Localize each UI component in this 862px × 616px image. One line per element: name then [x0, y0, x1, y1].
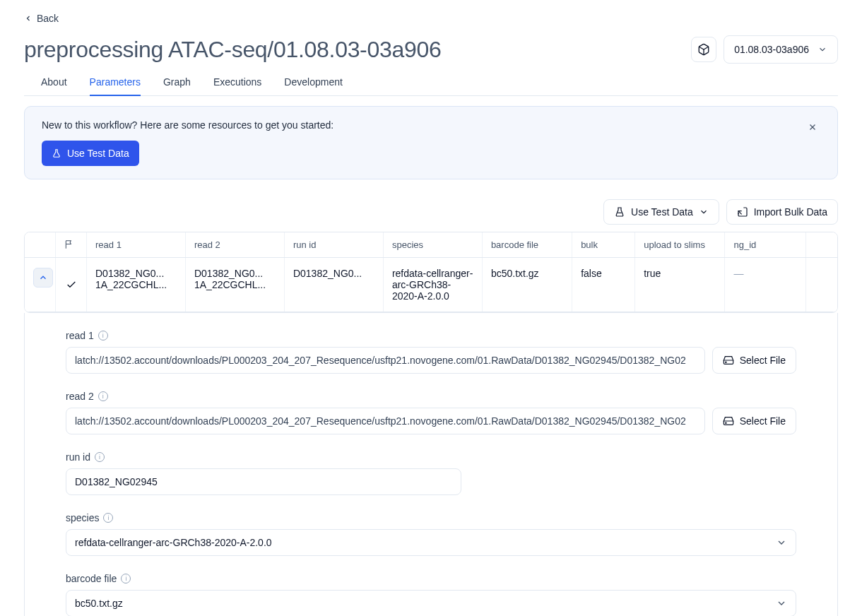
header-actions: 01.08.03-03a906: [691, 35, 838, 64]
species-label-row: species i: [66, 512, 796, 523]
import-bulk-label: Import Bulk Data: [754, 206, 827, 218]
field-barcode: barcode file i bc50.txt.gz: [66, 573, 796, 616]
chevron-down-icon: [699, 207, 709, 217]
read2-row: latch://13502.account/downloads/PL000203…: [66, 408, 796, 434]
drive-icon: [723, 355, 734, 366]
col-expand: [25, 232, 56, 257]
row-read2: D01382_NG0... 1A_22CGCHL...: [186, 258, 285, 312]
tab-parameters[interactable]: Parameters: [90, 69, 141, 96]
info-banner: New to this workflow? Here are some reso…: [24, 106, 838, 179]
use-test-data-label: Use Test Data: [67, 148, 129, 159]
row-runid: D01382_NG0...: [285, 258, 384, 312]
row-status-cell: [56, 258, 87, 312]
read2-label-row: read 2 i: [66, 391, 796, 402]
select-file-label: Select File: [740, 415, 786, 427]
header: preprocessing ATAC-seq/01.08.03-03a906 0…: [24, 35, 838, 64]
table-header: read 1 read 2 run id species barcode fil…: [25, 232, 837, 258]
runid-input[interactable]: [66, 468, 461, 495]
action-row: Use Test Data Import Bulk Data: [24, 199, 838, 225]
row-species: refdata-cellranger-arc-GRCh38-2020-A-2.0…: [384, 258, 483, 312]
read1-input[interactable]: latch://13502.account/downloads/PL000203…: [66, 347, 705, 374]
flask-icon: [52, 148, 61, 158]
drive-icon: [723, 415, 734, 427]
barcode-label: barcode file: [66, 573, 117, 584]
select-file-label: Select File: [740, 355, 786, 366]
chevron-left-icon: [24, 14, 33, 23]
read2-select-file-button[interactable]: Select File: [712, 408, 796, 434]
row-expand-cell: [25, 258, 56, 312]
beaker-icon: [614, 206, 625, 218]
import-bulk-button[interactable]: Import Bulk Data: [726, 199, 838, 225]
back-label: Back: [37, 13, 59, 24]
cube-button[interactable]: [691, 37, 716, 62]
chevron-up-icon: [38, 273, 48, 283]
runid-label-row: run id i: [66, 451, 796, 463]
species-value: refdata-cellranger-arc-GRCh38-2020-A-2.0…: [75, 537, 272, 548]
close-banner-button[interactable]: [805, 119, 820, 135]
use-test-data-button-primary[interactable]: Use Test Data: [42, 141, 139, 166]
chevron-down-icon: [817, 45, 827, 54]
cube-icon: [697, 43, 710, 56]
tab-executions[interactable]: Executions: [213, 69, 261, 95]
chevron-down-icon: [776, 598, 787, 609]
flag-icon: [64, 239, 74, 249]
row-tail: [806, 258, 837, 312]
barcode-value: bc50.txt.gz: [75, 598, 123, 609]
use-test-data-dropdown[interactable]: Use Test Data: [603, 199, 719, 225]
read2-label: read 2: [66, 391, 94, 402]
row-bulk: false: [572, 258, 635, 312]
version-select[interactable]: 01.08.03-03a906: [724, 35, 838, 64]
info-icon[interactable]: i: [103, 513, 113, 523]
col-flag: [56, 232, 87, 257]
read1-label-row: read 1 i: [66, 330, 796, 341]
params-table: read 1 read 2 run id species barcode fil…: [24, 232, 838, 313]
col-upload: upload to slims: [635, 232, 725, 257]
version-value: 01.08.03-03a906: [734, 44, 809, 55]
expand-row-toggle[interactable]: [33, 268, 53, 288]
svg-point-5: [725, 422, 726, 423]
col-tail: [806, 232, 837, 257]
col-species: species: [384, 232, 483, 257]
tab-about[interactable]: About: [41, 69, 67, 95]
field-runid: run id i: [66, 451, 796, 495]
read1-row: latch://13502.account/downloads/PL000203…: [66, 347, 796, 374]
row-read1: D01382_NG0... 1A_22CGCHL...: [87, 258, 186, 312]
field-species: species i refdata-cellranger-arc-GRCh38-…: [66, 512, 796, 556]
col-bulk: bulk: [572, 232, 635, 257]
col-read2: read 2: [186, 232, 285, 257]
row-details: read 1 i latch://13502.account/downloads…: [24, 313, 838, 616]
info-icon[interactable]: i: [98, 391, 108, 401]
svg-point-4: [725, 362, 726, 362]
barcode-select[interactable]: bc50.txt.gz: [66, 590, 796, 616]
read1-label: read 1: [66, 330, 94, 341]
runid-label: run id: [66, 451, 90, 463]
row-barcode: bc50.txt.gz: [483, 258, 572, 312]
barcode-label-row: barcode file i: [66, 573, 796, 584]
info-icon[interactable]: i: [121, 574, 131, 584]
table-row: D01382_NG0... 1A_22CGCHL... D01382_NG0..…: [25, 258, 837, 312]
tab-development[interactable]: Development: [284, 69, 343, 95]
tabs: About Parameters Graph Executions Develo…: [24, 69, 838, 96]
check-icon: [66, 279, 77, 290]
row-ngid: —: [725, 258, 806, 312]
info-icon[interactable]: i: [95, 452, 105, 462]
species-label: species: [66, 512, 99, 523]
info-banner-body: New to this workflow? Here are some reso…: [42, 119, 333, 166]
field-read1: read 1 i latch://13502.account/downloads…: [66, 330, 796, 374]
col-runid: run id: [285, 232, 384, 257]
species-select[interactable]: refdata-cellranger-arc-GRCh38-2020-A-2.0…: [66, 529, 796, 556]
read2-input[interactable]: latch://13502.account/downloads/PL000203…: [66, 408, 705, 434]
import-icon: [737, 206, 748, 218]
back-link[interactable]: Back: [24, 13, 59, 24]
info-banner-text: New to this workflow? Here are some reso…: [42, 119, 333, 131]
field-read2: read 2 i latch://13502.account/downloads…: [66, 391, 796, 434]
use-test-data-dd-label: Use Test Data: [631, 206, 693, 218]
col-ngid: ng_id: [725, 232, 806, 257]
info-icon[interactable]: i: [98, 331, 108, 340]
row-upload: true: [635, 258, 725, 312]
page-title: preprocessing ATAC-seq/01.08.03-03a906: [24, 37, 441, 63]
tab-graph[interactable]: Graph: [163, 69, 191, 95]
close-icon: [808, 122, 817, 132]
chevron-down-icon: [776, 537, 787, 548]
read1-select-file-button[interactable]: Select File: [712, 347, 796, 374]
